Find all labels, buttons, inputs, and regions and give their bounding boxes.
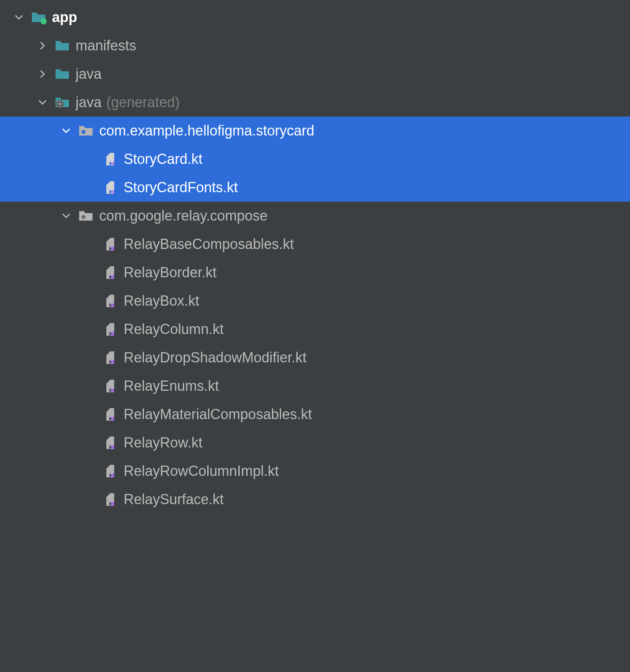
tree-item-label: java	[76, 67, 102, 81]
kotlin-file-icon	[102, 293, 118, 309]
chevron-right-icon[interactable]	[35, 67, 50, 81]
folder-icon	[54, 38, 70, 54]
tree-item-label: manifests	[76, 39, 136, 53]
module-folder-icon	[31, 9, 46, 25]
tree-item-label: RelayColumn.kt	[124, 322, 224, 336]
tree-item-label: RelayRowColumnImpl.kt	[124, 464, 279, 478]
generated-folder-icon	[54, 95, 70, 110]
tree-item-label: StoryCardFonts.kt	[124, 180, 238, 195]
tree-item-label: RelaySurface.kt	[124, 492, 224, 507]
tree-item-label: RelayBorder.kt	[124, 265, 217, 280]
kotlin-file-icon	[102, 236, 118, 252]
tree-item-label: RelayBaseComposables.kt	[124, 237, 294, 251]
tree-item-java-generated[interactable]: java (generated)	[0, 88, 630, 117]
tree-item-file[interactable]: RelayRow.kt	[0, 429, 630, 457]
tree-item-label: RelayMaterialComposables.kt	[124, 407, 312, 421]
kotlin-file-icon	[102, 350, 118, 366]
chevron-down-icon[interactable]	[12, 10, 26, 24]
tree-item-label: com.example.hellofigma.storycard	[99, 124, 314, 138]
tree-item-suffix: (generated)	[106, 94, 180, 111]
package-folder-icon	[78, 208, 94, 224]
kotlin-file-icon	[102, 492, 118, 507]
package-folder-icon	[78, 123, 94, 139]
kotlin-file-icon	[102, 321, 118, 337]
tree-item-file[interactable]: RelayBorder.kt	[0, 258, 630, 287]
tree-item-package-relay[interactable]: com.google.relay.compose	[0, 202, 630, 230]
tree-item-app[interactable]: app	[0, 3, 630, 32]
tree-item-file[interactable]: RelayRowColumnImpl.kt	[0, 457, 630, 485]
kotlin-file-icon	[102, 407, 118, 422]
kotlin-file-icon	[102, 265, 118, 280]
tree-item-file[interactable]: RelayEnums.kt	[0, 372, 630, 400]
kotlin-file-icon	[102, 151, 118, 167]
tree-item-label: RelayBox.kt	[124, 294, 199, 308]
chevron-down-icon[interactable]	[59, 209, 73, 223]
chevron-down-icon[interactable]	[35, 95, 50, 110]
tree-item-label: app	[52, 10, 77, 24]
tree-item-file[interactable]: RelayColumn.kt	[0, 315, 630, 343]
tree-item-file-storycard[interactable]: StoryCard.kt	[0, 145, 630, 173]
tree-item-file[interactable]: RelayDropShadowModifier.kt	[0, 343, 630, 372]
kotlin-file-icon	[102, 435, 118, 451]
tree-item-label: RelayDropShadowModifier.kt	[124, 351, 306, 365]
kotlin-file-icon	[102, 463, 118, 479]
tree-item-file[interactable]: RelayMaterialComposables.kt	[0, 400, 630, 429]
tree-item-label: com.google.relay.compose	[99, 209, 268, 223]
tree-item-label: RelayEnums.kt	[124, 379, 219, 393]
tree-item-manifests[interactable]: manifests	[0, 32, 630, 60]
folder-icon	[54, 66, 70, 82]
tree-item-file[interactable]: RelayBox.kt	[0, 287, 630, 315]
tree-item-file-storycardfonts[interactable]: StoryCardFonts.kt	[0, 173, 630, 202]
tree-item-package-storycard[interactable]: com.example.hellofigma.storycard	[0, 117, 630, 145]
chevron-right-icon[interactable]	[35, 39, 50, 53]
tree-item-file[interactable]: RelayBaseComposables.kt	[0, 230, 630, 258]
chevron-down-icon[interactable]	[59, 124, 73, 138]
tree-item-label: java	[76, 95, 102, 110]
kotlin-file-icon	[102, 180, 118, 195]
tree-item-file[interactable]: RelaySurface.kt	[0, 485, 630, 514]
kotlin-file-icon	[102, 378, 118, 394]
tree-item-label: StoryCard.kt	[124, 152, 202, 166]
tree-item-label: RelayRow.kt	[124, 436, 202, 450]
tree-item-java[interactable]: java	[0, 60, 630, 88]
